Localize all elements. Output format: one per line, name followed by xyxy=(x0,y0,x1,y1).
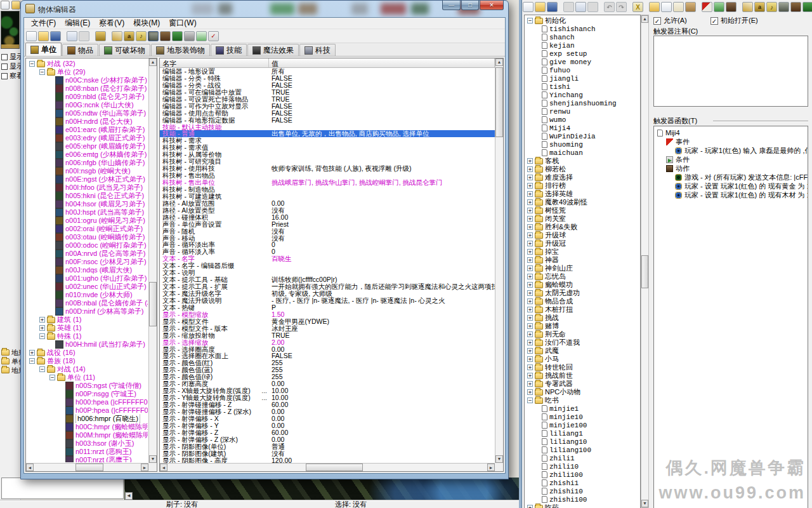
terrain-editor-icon[interactable] xyxy=(742,2,753,12)
trigger-category[interactable]: +客栈 xyxy=(526,157,640,165)
trigger-category[interactable]: +武魔 xyxy=(526,347,640,355)
property-row[interactable]: 文本 - 魔法升级说明- 医疗, - 医疗 |n- 驱逐魔法, - 医疗 |n-… xyxy=(160,297,495,304)
tree-folder[interactable]: −对战 (14) xyxy=(27,365,148,373)
property-row[interactable]: 显示 - 缩放投射物TRUE xyxy=(160,332,495,339)
trigger-category[interactable]: +专署武器 xyxy=(526,380,640,388)
tree-folder[interactable]: +英雄 (1) xyxy=(27,324,148,332)
minimize-button[interactable]: — xyxy=(442,1,461,10)
property-row[interactable]: 科技树 - 需求值 xyxy=(160,144,495,151)
new-trigger-icon[interactable] xyxy=(523,2,534,12)
expand-icon[interactable]: + xyxy=(527,307,533,312)
new-icon[interactable] xyxy=(26,31,37,41)
expand-icon[interactable]: + xyxy=(527,290,533,296)
collapse-icon[interactable]: − xyxy=(39,366,45,372)
trigger-category[interactable]: +荆无命 xyxy=(526,330,640,338)
tab-upgrade[interactable]: 科技 xyxy=(299,44,336,56)
expand-icon[interactable]: + xyxy=(527,232,533,238)
trigger-item[interactable]: shenjianshuoming xyxy=(526,99,640,107)
property-row[interactable]: 显示 - 模型缩放1.50 xyxy=(160,311,495,318)
property-row[interactable]: 显示 - 射弹碰撞偏移 - Z (深水)0.00 xyxy=(160,408,495,415)
column-header-name[interactable]: 名字 xyxy=(160,58,269,67)
scroll-up-icon[interactable]: ▲ xyxy=(641,15,648,23)
property-row[interactable]: 显示 - Y轴最大旋转角度(弧度)...10.00 xyxy=(160,394,495,401)
trigger-item[interactable]: kejian xyxy=(526,41,640,50)
item-editor-icon[interactable] xyxy=(754,2,765,12)
scroll-up-icon[interactable]: ▲ xyxy=(149,58,157,66)
tree-unit-item[interactable]: h00I:hfoo (武当见习弟子) xyxy=(27,184,148,192)
save-icon[interactable] xyxy=(547,2,558,12)
collapse-icon[interactable]: − xyxy=(29,358,35,364)
scroll-up-icon[interactable]: ▲ xyxy=(495,58,503,66)
tree-unit-item[interactable]: n009:nbld (昆仑见习弟子) xyxy=(27,93,148,101)
new-script-icon[interactable] xyxy=(685,2,696,12)
scrollbar-thumb[interactable] xyxy=(149,282,157,326)
property-row[interactable]: 编辑器 - 使用点击帮助FALSE xyxy=(160,110,495,117)
syntax-check-icon[interactable] xyxy=(208,31,219,41)
scrollbar-thumb[interactable] xyxy=(495,67,503,137)
property-row[interactable]: 显示 - 模型文件 - 版本冰封王座 xyxy=(160,325,495,332)
property-row[interactable]: 编辑器 - 有地形指定数据FALSE xyxy=(160,117,495,124)
trigger-category[interactable]: −吃书 xyxy=(526,396,640,404)
tree-unit-item[interactable]: o000:odoc (崆峒打杂弟子) xyxy=(27,241,148,250)
trigger-category[interactable]: +魔教49波刷怪 xyxy=(526,198,640,206)
palette-folder[interactable]: 单位 xyxy=(0,357,21,366)
expand-icon[interactable]: + xyxy=(527,282,533,288)
open-icon[interactable] xyxy=(535,2,546,12)
trigger-item[interactable]: liliang10 xyxy=(526,438,640,446)
property-row[interactable]: 文本 - 热键P xyxy=(160,304,495,311)
tree-unit-item[interactable]: n00A:nrvd (昆仑高等弟子) xyxy=(27,250,148,258)
property-row[interactable]: 科技树 - 可研究项目 xyxy=(160,158,495,165)
tree-unit-item[interactable]: h00J:hspt (武当高等弟子) xyxy=(27,208,148,217)
scroll-down-icon[interactable]: ▼ xyxy=(641,500,648,507)
property-row[interactable]: 显示 - 颜色值(蓝)255 xyxy=(160,366,495,373)
property-row[interactable]: 科技树 - 需求 xyxy=(160,137,495,144)
trigger-category[interactable]: +神器 xyxy=(526,256,640,264)
scroll-left-icon[interactable]: ◄ xyxy=(26,464,34,471)
trigger-category[interactable]: +太阴无虚功 xyxy=(526,289,640,297)
new-event-icon[interactable] xyxy=(702,2,712,12)
expand-icon[interactable]: + xyxy=(527,199,533,205)
trigger-category[interactable]: +柳若松 xyxy=(526,165,640,173)
expand-icon[interactable]: + xyxy=(39,317,45,323)
scroll-right-icon[interactable]: ► xyxy=(141,464,148,471)
trigger-category[interactable]: +小马 xyxy=(526,355,640,363)
property-row[interactable]: 声音 - 循环淡出率0 xyxy=(160,241,495,248)
trigger-item[interactable]: WuPinDieJia xyxy=(526,132,640,140)
campaign-editor-icon[interactable] xyxy=(160,31,171,41)
minimap[interactable] xyxy=(1,11,20,49)
trigger-item[interactable]: minjie1 xyxy=(526,404,640,413)
map-viewport[interactable] xyxy=(124,478,519,500)
trigger-editor-icon[interactable] xyxy=(172,31,183,41)
tree-folder[interactable]: −特殊 (1) xyxy=(27,332,148,340)
function-row[interactable]: 玩家 - 玩家1(红色) 输入 康磊是最帅的 ,信息过滤方式 完 xyxy=(656,146,808,155)
property-row[interactable]: 显示 - 射弹偏移 - Z (深水)0.00 xyxy=(160,436,495,443)
property-row[interactable]: 编辑器 - 分类 - 特殊FALSE xyxy=(160,75,495,82)
scroll-down-icon[interactable]: ▼ xyxy=(149,455,157,463)
property-row[interactable]: 科技树 - 售出物品 xyxy=(160,172,495,179)
view-checkbox[interactable]: 察看 xyxy=(0,71,21,81)
collapse-icon[interactable]: − xyxy=(49,375,55,380)
expand-icon[interactable]: + xyxy=(527,183,533,189)
tree-unit-item[interactable]: h00C:hmpr (癞蛤蟆陈明) xyxy=(27,423,148,431)
tree-unit-item[interactable]: n00G:ncnk (华山大侠) xyxy=(27,101,148,109)
tree-unit-item[interactable]: e001:earc (峨眉打杂弟子) xyxy=(27,126,148,134)
property-row[interactable]: 文本 - 魔法升级名字初级, 专家级, 大师级 xyxy=(160,290,495,297)
scroll-left-icon[interactable]: ◄ xyxy=(160,464,167,471)
property-row[interactable]: 科技树 - 使用科技牧师专家训练, 背包技能 (人族), 夜视浮雕 (升级) xyxy=(160,165,495,172)
property-row[interactable]: 路径 - AI放置范围0.00 xyxy=(160,200,495,207)
property-row[interactable]: 显示 - 闭塞高度0.00 xyxy=(160,380,495,387)
property-row[interactable]: 路径 - AI放置类型没有 xyxy=(160,207,495,214)
checkbox-icon[interactable] xyxy=(1,73,8,79)
tree-folder[interactable]: +战役 (16) xyxy=(27,349,148,357)
trigger-category[interactable]: +汝们不道我 xyxy=(526,338,640,347)
expand-icon[interactable]: + xyxy=(527,274,533,279)
new-category-icon[interactable] xyxy=(649,2,660,12)
palette-folder[interactable]: 地形 xyxy=(0,348,21,357)
object-editor-icon[interactable] xyxy=(778,2,789,12)
trigger-item[interactable]: minjie10 xyxy=(526,413,640,421)
trigger-category[interactable]: +NPC小动物 xyxy=(526,388,640,396)
property-row[interactable]: 显示 - 阴影图像(建筑)没有 xyxy=(160,450,495,457)
new-map-icon[interactable] xyxy=(1,1,10,10)
map-scroll-left-arrow-icon[interactable]: ◄ xyxy=(125,492,133,500)
tree-unit-item[interactable]: h00P:hpea (|cFFFFFF00前往武当山) xyxy=(27,406,148,415)
